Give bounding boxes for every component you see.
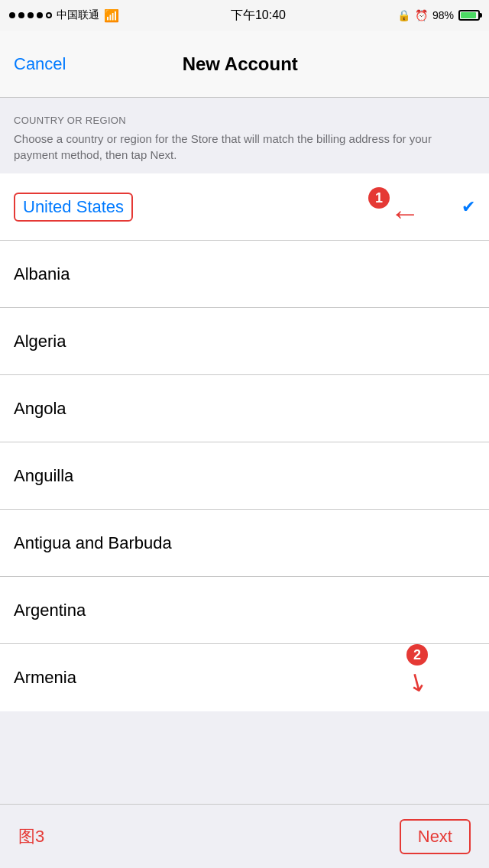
- signal-dots: [9, 12, 52, 18]
- country-label-0: Albania: [14, 264, 70, 284]
- country-list: 1 ← United States ✔ Albania Algeria Ango…: [0, 173, 489, 711]
- country-label-united-states: United States: [14, 193, 133, 222]
- country-row-united-states[interactable]: United States ✔: [0, 173, 489, 241]
- checkmark-icon: ✔: [461, 197, 475, 217]
- alarm-icon: ⏰: [415, 9, 428, 21]
- country-label-2: Angola: [14, 399, 66, 419]
- country-row-5[interactable]: Argentina: [0, 577, 489, 644]
- country-label-1: Algeria: [14, 332, 66, 351]
- wifi-icon: 📶: [104, 8, 119, 23]
- annotation-arrow-2: ↘: [401, 664, 433, 699]
- dot-1: [9, 12, 15, 18]
- annotation-2-wrapper: 2 ↘: [406, 644, 428, 696]
- dot-2: [18, 12, 24, 18]
- section-header-title: COUNTRY OR REGION: [14, 115, 475, 126]
- dot-5: [46, 12, 52, 18]
- lock-icon: 🔒: [397, 9, 410, 21]
- country-row-0[interactable]: Albania: [0, 241, 489, 308]
- status-left: 中国联通 📶: [9, 8, 119, 23]
- page-title: New Account: [183, 53, 298, 75]
- cancel-button[interactable]: Cancel: [14, 54, 66, 74]
- status-time: 下午10:40: [231, 8, 286, 24]
- country-label-6: Armenia: [14, 668, 76, 688]
- country-row-6[interactable]: Armenia 2 ↘: [0, 644, 489, 711]
- annotation-badge-2: 2: [406, 644, 428, 666]
- figure-label: 图3: [18, 825, 44, 848]
- country-row-1[interactable]: Algeria: [0, 308, 489, 375]
- battery-pct: 98%: [432, 9, 454, 21]
- country-row-3[interactable]: Anguilla: [0, 442, 489, 510]
- next-button[interactable]: Next: [400, 819, 471, 854]
- battery-bar: [458, 10, 480, 21]
- country-label-3: Anguilla: [14, 466, 73, 486]
- country-label-4: Antigua and Barbuda: [14, 533, 172, 553]
- battery-fill: [461, 12, 476, 18]
- page-wrapper: 中国联通 📶 下午10:40 🔒 ⏰ 98% Cancel New Accoun…: [0, 0, 489, 711]
- dot-4: [37, 12, 43, 18]
- carrier-label: 中国联通: [57, 8, 99, 22]
- country-row-2[interactable]: Angola: [0, 375, 489, 442]
- dot-3: [28, 12, 34, 18]
- country-row-4[interactable]: Antigua and Barbuda: [0, 510, 489, 577]
- country-label-5: Argentina: [14, 601, 86, 620]
- section-header-desc: Choose a country or region for the Store…: [14, 131, 475, 163]
- bottom-bar: 图3 Next: [0, 804, 489, 868]
- nav-bar: Cancel New Account: [0, 31, 489, 98]
- battery-indicator: [458, 10, 480, 21]
- status-bar: 中国联通 📶 下午10:40 🔒 ⏰ 98%: [0, 0, 489, 31]
- status-right: 🔒 ⏰ 98%: [397, 9, 480, 21]
- section-header: COUNTRY OR REGION Choose a country or re…: [0, 98, 489, 173]
